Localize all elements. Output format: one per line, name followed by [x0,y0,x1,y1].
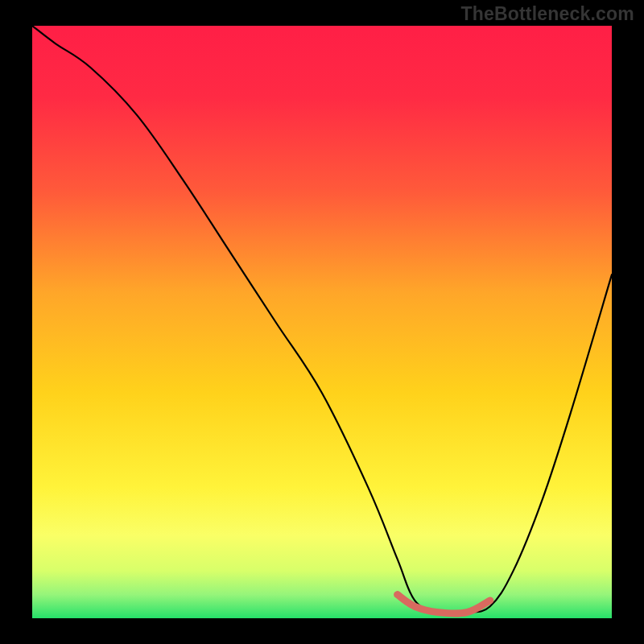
plot-area [32,26,612,618]
watermark-text: TheBottleneck.com [460,3,634,25]
chart-frame: TheBottleneck.com [0,0,644,644]
optimal-range-highlight [32,26,612,618]
